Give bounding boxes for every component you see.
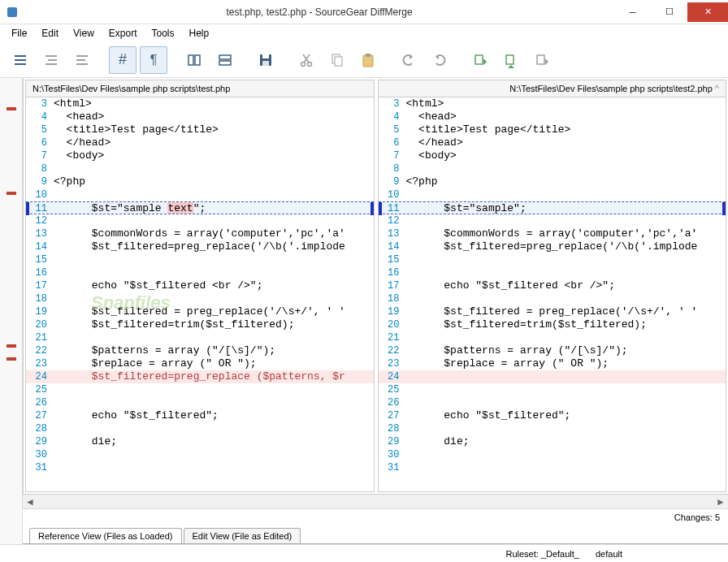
code-line[interactable]: 7 <body> [26, 149, 374, 162]
menu-file[interactable]: File [5, 26, 33, 41]
code-line[interactable]: 20 $st_filtered=trim($st_filtered); [379, 318, 726, 331]
pilcrow-button[interactable]: ¶ [140, 46, 167, 74]
code-line[interactable]: 15 [26, 253, 374, 266]
menu-help[interactable]: Help [183, 26, 216, 41]
status-ruleset: Ruleset: _Default_ [505, 549, 579, 559]
code-line[interactable]: 13 $commonWords = array('computer','pc',… [26, 227, 374, 240]
menu-edit[interactable]: Edit [35, 26, 65, 41]
code-line[interactable]: 25 [379, 383, 726, 396]
menu-export[interactable]: Export [102, 26, 144, 41]
split-vertical-button[interactable] [211, 46, 239, 74]
minimize-button[interactable]: ─ [614, 2, 651, 22]
code-line[interactable]: 30 [26, 448, 374, 461]
horizontal-scrollbar[interactable]: ◄ ► [23, 494, 728, 508]
code-line[interactable]: 24 $st_filtered=preg_replace ($patterns,… [26, 370, 374, 383]
code-line[interactable]: 5 <title>Test page</title> [26, 123, 374, 136]
code-line[interactable]: 20 $st_filtered=trim($st_filtered); [26, 318, 374, 331]
code-line[interactable]: 26 [26, 396, 374, 409]
svg-rect-23 [363, 55, 373, 67]
code-line[interactable]: 4 <head> [26, 110, 374, 123]
code-line[interactable]: 22 $patterns = array ("/[\s]/"); [26, 344, 374, 357]
gutter-diff-mark[interactable] [6, 192, 16, 195]
code-line[interactable]: 12 [379, 214, 726, 227]
nav-first-button[interactable] [466, 46, 494, 74]
undo-button[interactable] [395, 46, 422, 74]
align-left-button[interactable] [6, 46, 34, 74]
workspace: N:\TestFiles\Dev Files\sample php script… [0, 78, 728, 544]
gutter-diff-mark[interactable] [6, 107, 16, 110]
code-line[interactable]: 9<?php [379, 175, 726, 188]
code-line[interactable]: 27 echo "$st_filtered"; [379, 409, 726, 422]
code-line[interactable]: 16 [379, 266, 726, 279]
tab-edit-view[interactable]: Edit View (File as Edited) [184, 528, 301, 543]
code-line[interactable]: 7 <body> [379, 149, 726, 162]
code-line[interactable]: 12 [26, 214, 374, 227]
code-line[interactable]: 29 die; [26, 435, 374, 448]
code-line[interactable]: 25 [26, 383, 374, 396]
hash-button[interactable]: # [109, 46, 136, 74]
code-line[interactable]: 19 $st_filtered = preg_replace('/\s+/', … [26, 305, 374, 318]
code-line[interactable]: 18 [26, 292, 374, 305]
code-line[interactable]: 3<html> [379, 97, 726, 110]
code-line[interactable]: 22 $patterns = array ("/[\s]/"); [379, 344, 726, 357]
code-line[interactable]: 28 [26, 422, 374, 435]
code-line[interactable]: 30 [379, 448, 726, 461]
code-line[interactable]: 11 $st="sample text"; [26, 201, 374, 214]
tab-reference-view[interactable]: Reference View (Files as Loaded) [29, 528, 182, 543]
code-line[interactable]: 17 echo "$st_filtered <br />"; [379, 279, 726, 292]
code-line[interactable]: 24 [379, 370, 726, 383]
copy-button[interactable] [323, 46, 351, 74]
gutter-diff-mark[interactable] [6, 344, 16, 348]
code-line[interactable]: 23 $replace = array (" OR "); [26, 357, 374, 370]
code-line[interactable]: 6 </head> [379, 136, 726, 149]
right-code[interactable]: 3<html>4 <head>5 <title>Test page</title… [379, 97, 726, 491]
code-line[interactable]: 15 [379, 253, 726, 266]
code-line[interactable]: 9<?php [26, 175, 374, 188]
code-line[interactable]: 31 [379, 461, 726, 474]
paste-button[interactable] [354, 46, 382, 74]
code-line[interactable]: 31 [26, 461, 374, 474]
code-line[interactable]: 19 $st_filtered = preg_replace('/\s+/', … [379, 305, 726, 318]
menu-view[interactable]: View [67, 26, 101, 41]
svg-line-19 [304, 54, 310, 63]
split-horizontal-button[interactable] [180, 46, 208, 74]
code-line[interactable]: 6 </head> [26, 136, 374, 149]
scroll-right-button[interactable]: ► [713, 495, 728, 508]
code-line[interactable]: 23 $replace = array (" OR "); [379, 357, 726, 370]
nav-prev-button[interactable] [528, 46, 556, 74]
code-line[interactable]: 3<html> [26, 97, 374, 110]
code-line[interactable]: 16 [26, 266, 374, 279]
code-line[interactable]: 17 echo "$st_filtered <br />"; [26, 279, 374, 292]
menu-tools[interactable]: Tools [145, 26, 181, 41]
code-line[interactable]: 18 [379, 292, 726, 305]
close-button[interactable]: ✕ [687, 2, 728, 22]
redo-button[interactable] [426, 46, 453, 74]
code-line[interactable]: 21 [379, 331, 726, 344]
code-line[interactable]: 28 [379, 422, 726, 435]
left-code[interactable]: Snapfiles 3<html>4 <head>5 <title>Test p… [26, 97, 374, 491]
nav-next-button[interactable] [497, 46, 525, 74]
save-button[interactable] [252, 46, 280, 74]
code-line[interactable]: 10 [26, 188, 374, 201]
code-line[interactable]: 27 echo "$st_filtered"; [26, 409, 374, 422]
code-line[interactable]: 5 <title>Test page</title> [379, 123, 726, 136]
code-line[interactable]: 8 [379, 162, 726, 175]
code-line[interactable]: 4 <head> [379, 110, 726, 123]
maximize-button[interactable]: ☐ [651, 2, 687, 22]
code-line[interactable]: 26 [379, 396, 726, 409]
code-line[interactable]: 8 [26, 162, 374, 175]
gutter-diff-mark[interactable] [6, 357, 16, 361]
align-dedent-button[interactable] [68, 46, 96, 74]
code-line[interactable]: 11 $st="sample"; [379, 201, 726, 214]
code-line[interactable]: 13 $commonWords = array('computer','pc',… [379, 227, 726, 240]
overview-gutter[interactable] [0, 78, 23, 544]
code-line[interactable]: 14 $st_filtered=preg_replace('/\b('.impl… [26, 240, 374, 253]
code-line[interactable]: 10 [379, 188, 726, 201]
cut-button[interactable] [292, 46, 320, 74]
align-indent-button[interactable] [37, 46, 65, 74]
code-line[interactable]: 29 die; [379, 435, 726, 448]
scroll-left-button[interactable]: ◄ [23, 495, 37, 508]
diff-area: N:\TestFiles\Dev Files\sample php script… [23, 78, 728, 494]
code-line[interactable]: 14 $st_filtered=preg_replace('/\b('.impl… [379, 240, 726, 253]
code-line[interactable]: 21 [26, 331, 374, 344]
